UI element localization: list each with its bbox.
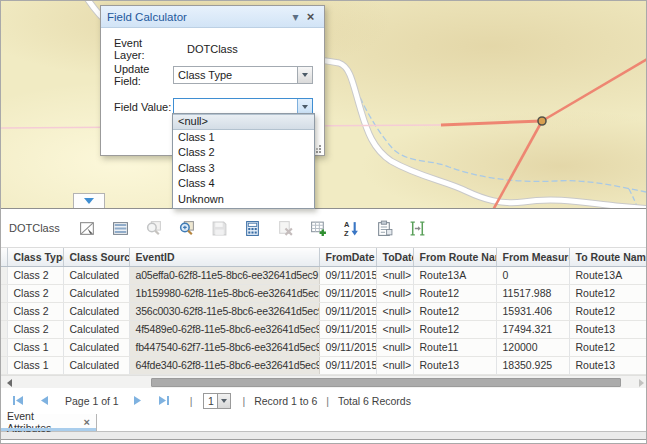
table-cell[interactable]: <null> [376, 356, 413, 374]
chevron-down-icon [302, 73, 308, 77]
table-cell[interactable]: 09/11/2015 [319, 320, 376, 338]
table-cell[interactable]: Class 1 [7, 338, 63, 356]
table-cell[interactable]: <null> [376, 284, 413, 302]
pan-to-selection-icon[interactable] [144, 219, 163, 238]
table-row[interactable]: Class 1Calculatedfb447540-62f7-11e5-8bc6… [1, 338, 647, 356]
page-number-dropdown-button[interactable] [217, 394, 230, 408]
table-cell[interactable]: 1b159980-62f8-11e5-8bc6-ee32641d5ec9 [129, 284, 319, 302]
table-cell[interactable]: Calculated [63, 284, 129, 302]
column-header[interactable]: From Route Name [413, 248, 496, 266]
table-row[interactable]: Class 1Calculated64fde340-62f8-11e5-8bc6… [1, 356, 647, 374]
table-cell[interactable]: 09/11/2015 [319, 266, 376, 284]
column-header[interactable]: ToDate [376, 248, 413, 266]
table-cell[interactable]: <null> [376, 338, 413, 356]
table-cell[interactable]: Class 2 [7, 266, 63, 284]
table-cell[interactable]: 09/11/2015 [319, 338, 376, 356]
column-header[interactable]: EventID [129, 248, 319, 266]
table-cell[interactable]: a05effa0-62f8-11e5-8bc6-ee32641d5ec9 [129, 266, 319, 284]
table-cell[interactable]: <null> [376, 320, 413, 338]
dropdown-option[interactable]: Class 3 [173, 161, 314, 177]
zoom-to-selection-icon[interactable] [177, 219, 196, 238]
table-cell[interactable]: Calculated [63, 338, 129, 356]
table-cell[interactable]: Route13 [413, 356, 496, 374]
scrollbar-thumb[interactable] [151, 378, 621, 387]
dialog-collapse-button[interactable]: ▾ [288, 7, 303, 27]
fit-columns-icon[interactable] [408, 219, 427, 238]
first-page-button[interactable] [9, 394, 27, 408]
attribute-form-icon[interactable] [375, 219, 394, 238]
table-cell[interactable]: Route13A [413, 266, 496, 284]
column-header[interactable]: FromDate [319, 248, 376, 266]
table-cell[interactable]: 09/11/2015 [319, 302, 376, 320]
table-cell[interactable]: Calculated [63, 302, 129, 320]
table-cell[interactable]: Calculated [63, 266, 129, 284]
page-number-combobox[interactable]: 1 [203, 393, 231, 409]
table-cell[interactable]: 09/11/2015 [319, 356, 376, 374]
table-cell[interactable]: fb447540-62f7-11e5-8bc6-ee32641d5ec9 [129, 338, 319, 356]
table-cell[interactable]: Route12 [569, 302, 647, 320]
table-cell[interactable]: 11517.988 [496, 284, 569, 302]
delete-selected-icon[interactable] [276, 219, 295, 238]
scroll-left-icon[interactable] [7, 379, 12, 387]
table-cell[interactable]: 64fde340-62f8-11e5-8bc6-ee32641d5ec9 [129, 356, 319, 374]
table-cell[interactable]: 4f5489e0-62f8-11e5-8bc6-ee32641d5ec9 [129, 320, 319, 338]
dropdown-option[interactable]: <null> [173, 114, 314, 130]
dialog-close-button[interactable]: × [303, 7, 318, 27]
previous-page-button[interactable] [35, 394, 53, 408]
layer-name-label: DOTClass [9, 222, 60, 234]
table-cell[interactable]: Route12 [569, 284, 647, 302]
field-calculator-icon[interactable] [243, 219, 262, 238]
table-cell[interactable]: <null> [376, 302, 413, 320]
horizontal-scrollbar[interactable] [1, 375, 647, 388]
table-cell[interactable]: 120000 [496, 338, 569, 356]
table-cell[interactable]: <null> [376, 266, 413, 284]
table-cell[interactable]: Calculated [63, 320, 129, 338]
table-cell[interactable]: 15931.406 [496, 302, 569, 320]
update-field-dropdown-button[interactable] [297, 67, 312, 83]
table-cell[interactable]: Class 2 [7, 302, 63, 320]
save-edits-icon[interactable] [210, 219, 229, 238]
column-header[interactable]: Class Source [63, 248, 129, 266]
column-header[interactable]: Class Type [7, 248, 63, 266]
column-header[interactable]: From Measure [496, 248, 569, 266]
table-cell[interactable]: 0 [496, 266, 569, 284]
dialog-titlebar[interactable]: Field Calculator ▾ × [101, 6, 324, 28]
table-row[interactable]: Class 2Calculated4f5489e0-62f8-11e5-8bc6… [1, 320, 647, 338]
update-field-combobox[interactable]: Class Type [173, 66, 313, 84]
table-cell[interactable]: 09/11/2015 [319, 284, 376, 302]
table-cell[interactable]: 356c0030-62f8-11e5-8bc6-ee32641d5ec9 [129, 302, 319, 320]
select-records-icon[interactable] [78, 219, 97, 238]
table-cell[interactable]: Route13 [569, 356, 647, 374]
sort-icon[interactable]: AZ [342, 219, 361, 238]
table-cell[interactable]: Class 2 [7, 320, 63, 338]
table-row[interactable]: Class 2Calculated356c0030-62f8-11e5-8bc6… [1, 302, 647, 320]
table-cell[interactable]: Route12 [569, 338, 647, 356]
show-selected-records-icon[interactable] [111, 219, 130, 238]
table-cell[interactable]: 18350.925 [496, 356, 569, 374]
tab-event-attributes[interactable]: Event Attributes × [1, 414, 97, 431]
table-cell[interactable]: Calculated [63, 356, 129, 374]
table-cell[interactable]: Route12 [413, 302, 496, 320]
table-cell[interactable]: Route11 [413, 338, 496, 356]
table-cell[interactable]: Class 2 [7, 284, 63, 302]
panel-collapse-tab[interactable] [73, 193, 105, 208]
dropdown-option[interactable]: Class 2 [173, 145, 314, 161]
add-record-icon[interactable] [309, 219, 328, 238]
dropdown-option[interactable]: Unknown [173, 192, 314, 208]
column-header[interactable]: To Route Name [569, 248, 647, 266]
dropdown-option[interactable]: Class 4 [173, 176, 314, 192]
table-cell[interactable]: Route13A [569, 266, 647, 284]
table-cell[interactable]: 17494.321 [496, 320, 569, 338]
scroll-right-icon[interactable] [639, 379, 644, 387]
table-row[interactable]: Class 2Calculated1b159980-62f8-11e5-8bc6… [1, 284, 647, 302]
table-cell[interactable]: Route12 [413, 284, 496, 302]
table-row[interactable]: Class 2Calculateda05effa0-62f8-11e5-8bc6… [1, 266, 647, 284]
table-cell[interactable]: Class 1 [7, 356, 63, 374]
route-junction-marker[interactable] [538, 117, 546, 125]
dropdown-option[interactable]: Class 1 [173, 130, 314, 146]
table-cell[interactable]: Route12 [413, 320, 496, 338]
table-cell[interactable]: Route13 [569, 320, 647, 338]
last-page-button[interactable] [155, 394, 173, 408]
tab-close-icon[interactable]: × [84, 416, 90, 428]
next-page-button[interactable] [129, 394, 147, 408]
